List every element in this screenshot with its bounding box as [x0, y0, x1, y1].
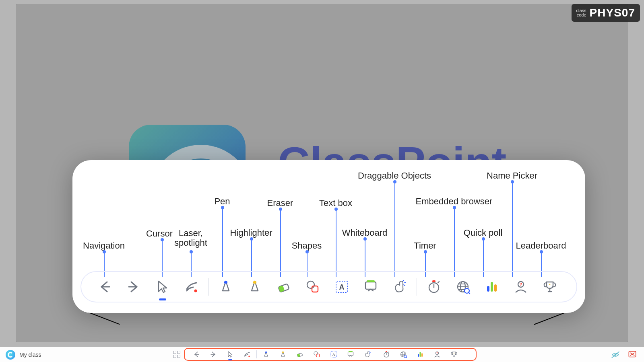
quick-poll-tool[interactable]	[477, 275, 506, 299]
my-class-label: My class	[19, 352, 41, 358]
label-eraser: Eraser	[267, 198, 293, 208]
my-class-button[interactable]: My class	[6, 350, 41, 360]
name-picker-tool[interactable]	[506, 275, 535, 299]
shapes-tool[interactable]	[298, 275, 327, 299]
label-laser: Laser,spotlight	[174, 228, 207, 248]
textbox-tool[interactable]	[325, 349, 342, 360]
class-code-badge[interactable]: class code PHYS07	[572, 4, 640, 22]
leaderboard-tool[interactable]	[446, 349, 462, 360]
label-quickpoll: Quick poll	[464, 228, 503, 238]
label-pen: Pen	[214, 196, 230, 207]
pen-tool[interactable]	[211, 275, 240, 299]
whiteboard-tool[interactable]	[342, 349, 359, 360]
hide-toolbar-icon[interactable]	[611, 350, 620, 359]
toolbar-separator	[208, 278, 209, 296]
label-shapes: Shapes	[292, 241, 322, 251]
timer-tool[interactable]	[419, 275, 448, 299]
quick-poll-tool[interactable]	[412, 349, 429, 360]
label-cursor: Cursor	[146, 228, 173, 239]
class-code-label: class code	[576, 8, 586, 17]
eraser-tool[interactable]	[291, 349, 308, 360]
pen-tool[interactable]	[258, 349, 275, 360]
name-picker-tool[interactable]	[429, 349, 446, 360]
nav-prev-button[interactable]	[90, 275, 119, 299]
eraser-tool[interactable]	[269, 275, 298, 299]
laser-spotlight-tool[interactable]	[177, 275, 206, 299]
nav-next-button[interactable]	[119, 275, 148, 299]
textbox-tool[interactable]	[327, 275, 356, 299]
laser-spotlight-tool[interactable]	[239, 349, 256, 360]
label-highlighter: Highlighter	[230, 228, 272, 238]
exit-slideshow-icon[interactable]	[628, 350, 637, 359]
embedded-browser-tool[interactable]	[448, 275, 477, 299]
label-namepicker: Name Picker	[487, 171, 537, 181]
class-code-value: PHYS07	[590, 6, 635, 19]
label-browser: Embedded browser	[416, 196, 493, 207]
leaderboard-tool[interactable]	[535, 275, 564, 299]
highlighter-tool[interactable]	[275, 349, 291, 360]
nav-next-button[interactable]	[205, 349, 222, 360]
label-leaderboard: Leaderboard	[516, 241, 566, 251]
highlighter-tool[interactable]	[240, 275, 269, 299]
cursor-tool[interactable]	[148, 275, 177, 299]
cursor-tool[interactable]	[222, 349, 239, 360]
nav-prev-button[interactable]	[188, 349, 205, 360]
live-toolbar	[184, 348, 477, 361]
label-timer: Timer	[414, 241, 436, 251]
whiteboard-tool[interactable]	[356, 275, 385, 299]
toolbar-callout-panel: Navigation Cursor Laser,spotlight Pen Hi…	[72, 160, 585, 313]
zoomed-toolbar	[80, 271, 577, 302]
shapes-tool[interactable]	[308, 349, 325, 360]
timer-tool[interactable]	[378, 349, 395, 360]
slide-grid-button[interactable]	[173, 351, 180, 358]
toolbar-separator	[417, 278, 417, 296]
draggable-objects-tool[interactable]	[385, 275, 414, 299]
label-navigation: Navigation	[83, 241, 125, 251]
label-whiteboard: Whiteboard	[342, 228, 388, 238]
draggable-objects-tool[interactable]	[359, 349, 376, 360]
classpoint-icon	[6, 350, 15, 360]
label-draggable: Draggable Objects	[358, 171, 431, 181]
label-textbox: Text box	[319, 198, 352, 208]
embedded-browser-tool[interactable]	[395, 349, 412, 360]
